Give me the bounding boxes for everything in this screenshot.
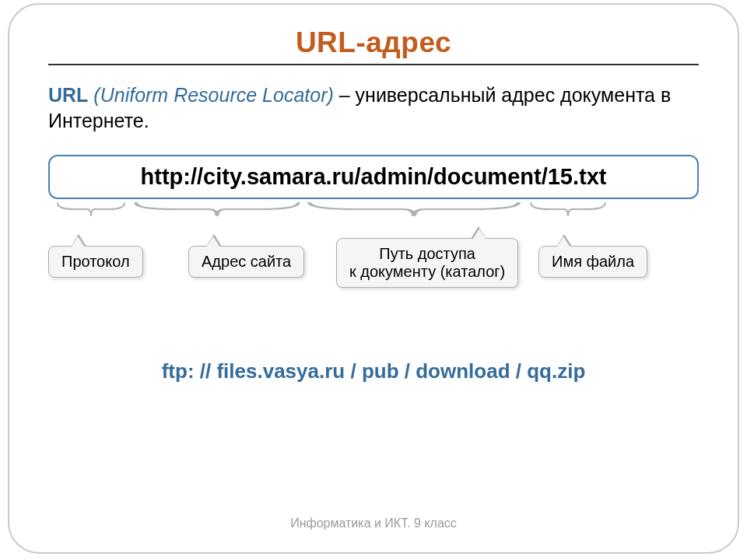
- callout-protocol-label: Протокол: [61, 253, 130, 270]
- page-title: URL-адрес: [48, 26, 699, 59]
- definition-term: URL: [48, 84, 88, 106]
- callout-filename: Имя файла: [538, 246, 647, 278]
- callouts-row: Протокол Адрес сайта Путь доступа к доку…: [48, 219, 699, 305]
- callout-site-label: Адрес сайта: [202, 253, 291, 270]
- callout-path: Путь доступа к документу (каталог): [336, 238, 518, 288]
- footer-text: Информатика и ИКТ. 9 класс: [9, 516, 738, 530]
- callout-protocol: Протокол: [48, 246, 143, 278]
- callout-path-line2: к документу (каталог): [349, 263, 505, 280]
- brace-row: [48, 201, 699, 219]
- callout-site: Адрес сайта: [188, 246, 304, 278]
- url-example-box: http://city.samara.ru/admin/document/15.…: [48, 155, 699, 199]
- url-definition: URL (Uniform Resource Locator) – универс…: [48, 82, 699, 133]
- brace-protocol: [56, 201, 126, 216]
- title-underline: [48, 64, 699, 65]
- definition-paren: (Uniform Resource Locator): [93, 84, 333, 106]
- ftp-example: ftp: // files.vasya.ru / pub / download …: [48, 359, 699, 383]
- slide-frame: URL-адрес URL (Uniform Resource Locator)…: [8, 3, 739, 554]
- callout-path-line1: Путь доступа: [379, 245, 475, 262]
- brace-path: [305, 201, 523, 216]
- brace-site: [132, 201, 302, 216]
- brace-filename: [529, 201, 607, 216]
- callout-filename-label: Имя файла: [552, 253, 634, 270]
